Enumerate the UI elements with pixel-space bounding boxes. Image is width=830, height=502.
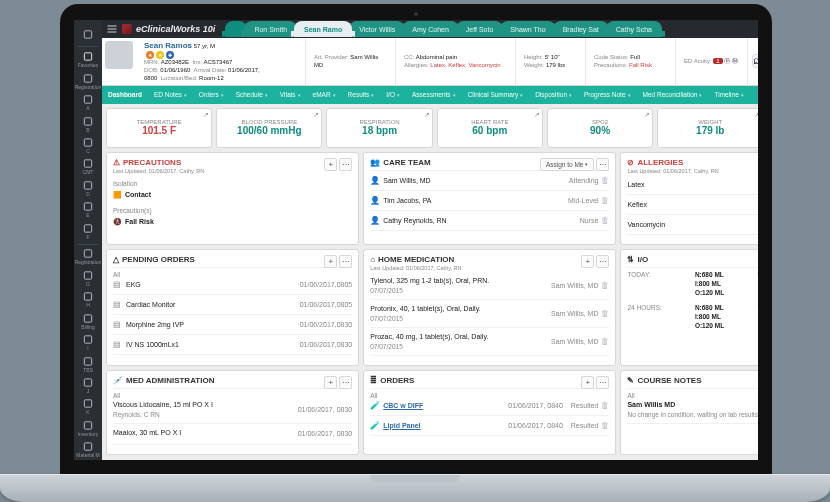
expand-icon[interactable]: ↗ [534, 111, 540, 119]
patient-tab[interactable]: Bradley Sat [553, 21, 609, 37]
dollar-icon[interactable]: I [74, 332, 102, 352]
more-button[interactable]: ⋯ [339, 376, 352, 389]
more-button[interactable]: ⋯ [596, 376, 609, 389]
bolt-icon[interactable]: B [74, 114, 102, 134]
clipboard-icon[interactable]: Registration [74, 247, 102, 267]
flag-icon[interactable]: ★ [146, 51, 154, 59]
trash-icon[interactable]: 🗑 [601, 281, 609, 290]
add-button[interactable]: + [324, 158, 337, 171]
main-column: eClinicalWorks 10i Ron SmithSean RamoVic… [102, 20, 758, 460]
register-icon[interactable]: Registration [74, 71, 102, 91]
plus-icon[interactable]: E [74, 200, 102, 220]
nav-item[interactable]: ED Notes ▾ [148, 86, 193, 104]
svg-rect-10 [84, 250, 91, 257]
laptop-notch [370, 475, 460, 483]
trash-icon[interactable]: 🗑 [601, 421, 609, 430]
patient-tab[interactable]: Jeff Soto [456, 21, 504, 37]
assign-to-me-button[interactable]: Assign to Me▾ [540, 158, 595, 171]
add-button[interactable]: + [324, 376, 337, 389]
phone-icon[interactable]: F [74, 221, 102, 241]
cart-icon[interactable]: TBS [74, 354, 102, 374]
pending-order-item[interactable]: ▤EKG01/06/2017,0805 [113, 278, 352, 291]
orders-icon: ≣ [370, 376, 377, 385]
files-icon[interactable]: 🗂 [752, 54, 758, 68]
pending-order-item[interactable]: ▤Morphine 2mg IVP01/06/2017,0830 [113, 318, 352, 331]
patient-tab[interactable]: Cathy Scha [606, 21, 662, 37]
nav-item[interactable]: Orders ▾ [193, 86, 230, 104]
nav-item[interactable]: Results ▾ [342, 86, 381, 104]
trash-icon[interactable]: 🗑 [601, 309, 609, 318]
order-type-icon: ▤ [113, 320, 123, 329]
patient-name[interactable]: Sean Ramos [144, 41, 192, 50]
nav-item[interactable]: Assessments ▾ [406, 86, 462, 104]
svg-rect-19 [84, 443, 91, 450]
pending-order-item[interactable]: ▤Cardiac Monitor01/06/2017,0805 [113, 298, 352, 311]
nav-item[interactable]: Vitals ▾ [274, 86, 307, 104]
app-screen: FavoritesRegistrationABCCMTDEFRegistrati… [74, 20, 758, 460]
pill-icon[interactable]: D [74, 178, 102, 198]
person-icon: 👤 [370, 196, 380, 205]
allergy-icon: ⊘ [627, 158, 634, 167]
add-button[interactable]: + [324, 255, 337, 268]
expand-icon[interactable]: ↗ [644, 111, 650, 119]
more-button[interactable]: ⋯ [596, 255, 609, 268]
course-note-item: Sam Willis MDNo change in condition, wai… [627, 399, 758, 420]
flag-icon[interactable]: ✚ [166, 51, 174, 59]
patient-tab[interactable]: Amy Cohen [402, 21, 459, 37]
nav-item[interactable]: Progress Note ▾ [578, 86, 637, 104]
more-button[interactable]: ⋯ [596, 158, 609, 171]
bag-icon[interactable]: J [74, 375, 102, 395]
patient-tab[interactable]: Ron Smith [244, 21, 297, 37]
vital-tile[interactable]: ↗BLOOD PRESSURE100/60 mmHg [216, 108, 322, 148]
nav-item[interactable]: Timeline ▾ [708, 86, 749, 104]
expand-icon[interactable]: ↗ [754, 111, 758, 119]
pulse-icon[interactable]: C [74, 135, 102, 155]
bed-icon[interactable]: Billing [74, 311, 102, 331]
nav-item[interactable]: Dashboard [102, 86, 148, 104]
patient-tab[interactable]: Sean Ramo [294, 21, 352, 37]
patient-tab[interactable]: Victor Willis [349, 21, 405, 37]
nav-item[interactable]: Clinical Summary ▾ [462, 86, 530, 104]
hamburger-icon[interactable] [106, 23, 118, 35]
vital-tile[interactable]: ↗WEIGHT179 lb [657, 108, 758, 148]
house-icon[interactable]: A [74, 92, 102, 112]
grid-icon[interactable]: H [74, 289, 102, 309]
contact-icon: 🟧 [113, 191, 122, 199]
trash-icon[interactable]: 🗑 [601, 401, 609, 410]
vital-tile[interactable]: ↗TEMPERATURE101.5 F [106, 108, 212, 148]
chart-icon[interactable]: CMT [74, 157, 102, 177]
add-button[interactable]: + [581, 376, 594, 389]
trash-icon[interactable]: 🗑 [601, 196, 609, 205]
hamburger-icon[interactable] [74, 24, 102, 44]
flag-icon[interactable]: ★ [156, 51, 164, 59]
vital-tile[interactable]: ↗RESPIRATION18 bpm [326, 108, 432, 148]
gear-icon[interactable]: Material M [74, 440, 102, 460]
svg-rect-16 [84, 379, 91, 386]
more-button[interactable]: ⋯ [339, 255, 352, 268]
star-icon[interactable]: Favorites [74, 49, 102, 69]
nav-item[interactable]: Med Reconciliation ▾ [637, 86, 709, 104]
svg-rect-8 [84, 203, 91, 210]
order-item[interactable]: 🧪CBC w DIFF01/06/2017, 0840 Resulted🗑 [370, 399, 609, 412]
box-icon[interactable]: Inventory [74, 418, 102, 438]
vital-tile[interactable]: ↗HEART RATE60 bpm [437, 108, 543, 148]
order-item[interactable]: 🧪Lipid Panel01/06/2017, 0840 Resulted🗑 [370, 419, 609, 432]
expand-icon[interactable]: ↗ [203, 111, 209, 119]
expand-icon[interactable]: ↗ [424, 111, 430, 119]
trash-icon[interactable]: 🗑 [601, 337, 609, 346]
nav-item[interactable]: I/O ▾ [380, 86, 406, 104]
nav-item[interactable]: Schedule ▾ [230, 86, 274, 104]
nav-item[interactable]: eMAR ▾ [307, 86, 342, 104]
pending-order-item[interactable]: ▤IV NS 1000mLx101/06/2017,0830 [113, 338, 352, 351]
trash-icon[interactable]: 🗑 [601, 216, 609, 225]
door-icon[interactable]: G [74, 268, 102, 288]
tag-icon[interactable]: K [74, 397, 102, 417]
expand-icon[interactable]: ↗ [313, 111, 319, 119]
more-button[interactable]: ⋯ [339, 158, 352, 171]
svg-rect-7 [84, 182, 91, 189]
trash-icon[interactable]: 🗑 [601, 176, 609, 185]
vital-tile[interactable]: ↗SpO290% [547, 108, 653, 148]
patient-tab[interactable]: Shawn Tho [500, 21, 555, 37]
nav-item[interactable]: Disposition ▾ [529, 86, 578, 104]
add-button[interactable]: + [581, 255, 594, 268]
